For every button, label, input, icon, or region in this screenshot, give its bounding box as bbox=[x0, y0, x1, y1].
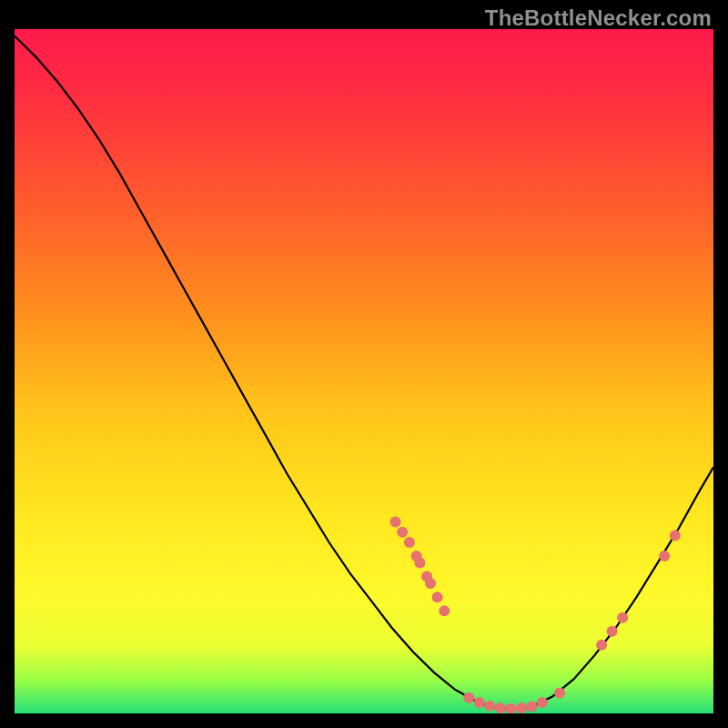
data-marker bbox=[554, 687, 565, 698]
data-marker bbox=[670, 531, 681, 541]
watermark-text: TheBottleNecker.com bbox=[485, 5, 712, 31]
bottleneck-chart bbox=[15, 29, 713, 713]
data-marker bbox=[516, 703, 527, 713]
data-marker bbox=[659, 551, 670, 561]
data-marker bbox=[463, 693, 474, 703]
data-marker bbox=[432, 592, 443, 602]
data-marker bbox=[404, 537, 415, 548]
data-marker bbox=[414, 558, 425, 569]
data-marker bbox=[425, 578, 436, 589]
data-marker bbox=[397, 527, 408, 538]
data-marker bbox=[607, 626, 618, 637]
data-marker bbox=[617, 612, 628, 623]
data-marker bbox=[537, 697, 548, 708]
chart-frame bbox=[15, 29, 713, 713]
data-marker bbox=[439, 605, 450, 616]
data-marker bbox=[390, 516, 401, 527]
data-marker bbox=[495, 703, 506, 713]
gradient-background bbox=[15, 29, 713, 713]
data-marker bbox=[596, 640, 607, 651]
data-marker bbox=[474, 697, 485, 708]
data-marker bbox=[484, 701, 495, 712]
data-marker bbox=[526, 702, 537, 713]
